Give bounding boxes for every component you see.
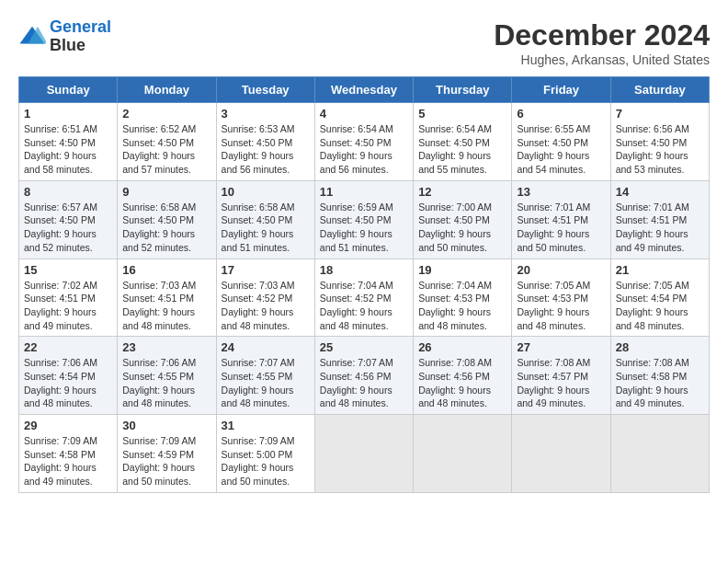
weekday-header: Wednesday [314,77,413,103]
day-number: 8 [24,185,112,199]
day-number: 26 [418,340,506,354]
calendar-cell: 2Sunrise: 6:52 AMSunset: 4:50 PMDaylight… [118,103,216,181]
day-info: Sunrise: 6:59 AMSunset: 4:50 PMDaylight:… [320,201,408,255]
day-info: Sunrise: 6:54 AMSunset: 4:50 PMDaylight:… [418,122,506,177]
calendar-cell [414,415,512,493]
day-number: 16 [122,263,210,277]
day-number: 6 [517,107,605,121]
day-info: Sunrise: 7:07 AMSunset: 4:55 PMDaylight:… [222,356,310,410]
weekday-header: Saturday [610,77,709,103]
day-info: Sunrise: 7:02 AMSunset: 4:51 PMDaylight:… [24,279,112,333]
day-number: 11 [320,185,408,199]
day-number: 22 [24,340,112,354]
day-info: Sunrise: 7:03 AMSunset: 4:52 PMDaylight:… [222,279,310,333]
day-info: Sunrise: 6:56 AMSunset: 4:50 PMDaylight:… [616,122,704,177]
month-title: December 2024 [494,18,710,52]
day-info: Sunrise: 7:08 AMSunset: 4:58 PMDaylight:… [616,356,704,410]
day-info: Sunrise: 7:08 AMSunset: 4:57 PMDaylight:… [517,356,605,410]
logo-text: General Blue [50,18,111,55]
day-info: Sunrise: 6:52 AMSunset: 4:50 PMDaylight:… [122,122,210,177]
day-info: Sunrise: 7:01 AMSunset: 4:51 PMDaylight:… [616,201,704,255]
day-info: Sunrise: 7:09 AMSunset: 4:58 PMDaylight:… [24,434,112,488]
weekday-header: Monday [118,77,216,103]
calendar-cell: 1Sunrise: 6:51 AMSunset: 4:50 PMDaylight… [19,103,118,181]
calendar-cell: 3Sunrise: 6:53 AMSunset: 4:50 PMDaylight… [216,103,314,181]
calendar-cell [610,415,709,493]
day-number: 18 [320,263,408,277]
location: Hughes, Arkansas, United States [494,52,710,67]
day-info: Sunrise: 7:05 AMSunset: 4:54 PMDaylight:… [616,279,704,333]
day-info: Sunrise: 7:05 AMSunset: 4:53 PMDaylight:… [517,279,605,333]
calendar-cell: 4Sunrise: 6:54 AMSunset: 4:50 PMDaylight… [314,103,413,181]
calendar-cell: 5Sunrise: 6:54 AMSunset: 4:50 PMDaylight… [414,103,512,181]
calendar-cell: 15Sunrise: 7:02 AMSunset: 4:51 PMDayligh… [19,259,118,337]
calendar-cell: 19Sunrise: 7:04 AMSunset: 4:53 PMDayligh… [414,259,512,337]
day-info: Sunrise: 7:03 AMSunset: 4:51 PMDaylight:… [122,279,210,333]
day-info: Sunrise: 7:04 AMSunset: 4:52 PMDaylight:… [320,279,408,333]
day-number: 27 [517,340,605,354]
weekday-header: Friday [512,77,610,103]
calendar-cell [512,415,610,493]
calendar-cell: 16Sunrise: 7:03 AMSunset: 4:51 PMDayligh… [118,259,216,337]
day-number: 3 [222,107,310,121]
day-number: 12 [418,185,506,199]
calendar-cell: 23Sunrise: 7:06 AMSunset: 4:55 PMDayligh… [118,337,216,415]
calendar: SundayMondayTuesdayWednesdayThursdayFrid… [18,76,710,493]
day-number: 2 [122,107,210,121]
day-number: 20 [517,263,605,277]
day-number: 30 [122,419,210,432]
day-info: Sunrise: 6:58 AMSunset: 4:50 PMDaylight:… [122,201,210,255]
day-info: Sunrise: 7:06 AMSunset: 4:55 PMDaylight:… [122,356,210,410]
calendar-cell: 27Sunrise: 7:08 AMSunset: 4:57 PMDayligh… [512,337,610,415]
day-number: 21 [616,263,704,277]
logo-icon [18,23,46,51]
day-number: 14 [616,185,704,199]
day-number: 7 [616,107,704,121]
calendar-cell: 26Sunrise: 7:08 AMSunset: 4:56 PMDayligh… [414,337,512,415]
day-info: Sunrise: 6:54 AMSunset: 4:50 PMDaylight:… [320,122,408,177]
day-info: Sunrise: 7:04 AMSunset: 4:53 PMDaylight:… [418,279,506,333]
day-number: 19 [418,263,506,277]
calendar-cell: 24Sunrise: 7:07 AMSunset: 4:55 PMDayligh… [216,337,314,415]
calendar-cell: 21Sunrise: 7:05 AMSunset: 4:54 PMDayligh… [610,259,709,337]
day-info: Sunrise: 6:55 AMSunset: 4:50 PMDaylight:… [517,122,605,177]
calendar-cell: 29Sunrise: 7:09 AMSunset: 4:58 PMDayligh… [19,415,118,493]
day-number: 13 [517,185,605,199]
day-info: Sunrise: 7:00 AMSunset: 4:50 PMDaylight:… [418,201,506,255]
page-header: General Blue December 2024 Hughes, Arkan… [18,18,710,67]
calendar-cell: 12Sunrise: 7:00 AMSunset: 4:50 PMDayligh… [414,180,512,259]
logo: General Blue [18,18,111,55]
day-number: 17 [222,263,310,277]
day-info: Sunrise: 7:06 AMSunset: 4:54 PMDaylight:… [24,356,112,410]
calendar-cell: 6Sunrise: 6:55 AMSunset: 4:50 PMDaylight… [512,103,610,181]
day-info: Sunrise: 7:09 AMSunset: 5:00 PMDaylight:… [222,434,310,488]
day-number: 25 [320,340,408,354]
calendar-cell: 13Sunrise: 7:01 AMSunset: 4:51 PMDayligh… [512,180,610,259]
calendar-cell: 30Sunrise: 7:09 AMSunset: 4:59 PMDayligh… [118,415,216,493]
day-info: Sunrise: 7:08 AMSunset: 4:56 PMDaylight:… [418,356,506,410]
weekday-header: Tuesday [216,77,314,103]
calendar-cell: 22Sunrise: 7:06 AMSunset: 4:54 PMDayligh… [19,337,118,415]
calendar-cell: 25Sunrise: 7:07 AMSunset: 4:56 PMDayligh… [314,337,413,415]
calendar-cell: 10Sunrise: 6:58 AMSunset: 4:50 PMDayligh… [216,180,314,259]
calendar-cell: 11Sunrise: 6:59 AMSunset: 4:50 PMDayligh… [314,180,413,259]
calendar-cell: 20Sunrise: 7:05 AMSunset: 4:53 PMDayligh… [512,259,610,337]
day-number: 29 [24,419,112,432]
day-number: 5 [418,107,506,121]
day-number: 23 [122,340,210,354]
calendar-cell: 31Sunrise: 7:09 AMSunset: 5:00 PMDayligh… [216,415,314,493]
calendar-cell: 28Sunrise: 7:08 AMSunset: 4:58 PMDayligh… [610,337,709,415]
day-info: Sunrise: 7:01 AMSunset: 4:51 PMDaylight:… [517,201,605,255]
day-info: Sunrise: 7:07 AMSunset: 4:56 PMDaylight:… [320,356,408,410]
calendar-cell: 9Sunrise: 6:58 AMSunset: 4:50 PMDaylight… [118,180,216,259]
day-number: 9 [122,185,210,199]
day-number: 4 [320,107,408,121]
weekday-header: Thursday [414,77,512,103]
day-info: Sunrise: 6:58 AMSunset: 4:50 PMDaylight:… [222,201,310,255]
calendar-cell [314,415,413,493]
day-number: 24 [222,340,310,354]
day-number: 28 [616,340,704,354]
day-number: 1 [24,107,112,121]
calendar-cell: 7Sunrise: 6:56 AMSunset: 4:50 PMDaylight… [610,103,709,181]
day-number: 10 [222,185,310,199]
